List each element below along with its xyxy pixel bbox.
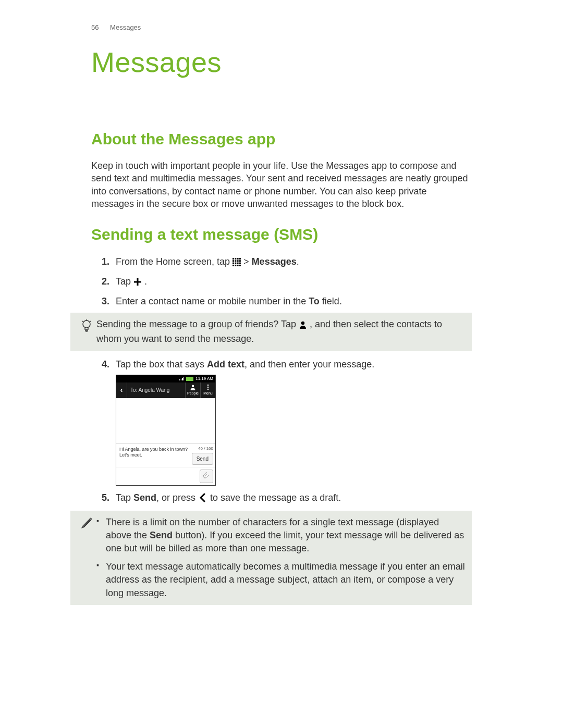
note-item-2: Your text message automatically becomes … bbox=[96, 560, 466, 600]
plus-icon bbox=[133, 276, 142, 290]
send-button: Send bbox=[192, 453, 213, 465]
running-header: 56 Messages bbox=[91, 23, 472, 31]
page-container: 56 Messages Messages About the Messages … bbox=[0, 0, 563, 643]
note-item-1: There is a limit on the number of charac… bbox=[96, 516, 466, 556]
svg-point-24 bbox=[301, 322, 304, 325]
svg-rect-4 bbox=[232, 260, 234, 262]
step-5: Tap Send, or press to save the message a… bbox=[91, 491, 472, 507]
tip-text: Sending the message to a group of friend… bbox=[96, 318, 466, 346]
svg-rect-10 bbox=[237, 263, 239, 264]
svg-line-23 bbox=[90, 321, 91, 322]
step-4: Tap the box that says Add text, and then… bbox=[91, 357, 472, 486]
svg-point-25 bbox=[192, 385, 194, 387]
about-body: Keep in touch with important people in y… bbox=[91, 159, 472, 210]
steps-list-cont: Tap the box that says Add text, and then… bbox=[91, 357, 472, 507]
note-callout: There is a limit on the number of charac… bbox=[70, 511, 472, 605]
section-heading-about: About the Messages app bbox=[91, 130, 472, 148]
page-number: 56 bbox=[91, 23, 99, 31]
char-counter: 46 / 160 bbox=[198, 446, 213, 452]
back-chevron-icon bbox=[198, 492, 207, 507]
svg-point-26 bbox=[207, 385, 209, 386]
attach-row bbox=[116, 467, 215, 485]
svg-line-29 bbox=[83, 520, 90, 527]
svg-point-28 bbox=[207, 389, 209, 390]
svg-rect-6 bbox=[237, 260, 239, 262]
svg-rect-13 bbox=[235, 265, 236, 266]
svg-rect-15 bbox=[239, 265, 241, 266]
conversation-area bbox=[116, 398, 215, 443]
svg-rect-8 bbox=[232, 263, 234, 264]
steps-list: From the Home screen, tap > Messages. Ta… bbox=[91, 255, 472, 309]
step-2: Tap . bbox=[91, 275, 472, 290]
people-button: People bbox=[185, 382, 200, 398]
status-bar: 11:19 AM bbox=[116, 375, 215, 382]
pencil-icon bbox=[77, 516, 96, 529]
svg-point-27 bbox=[207, 387, 209, 388]
page-title: Messages bbox=[91, 46, 472, 78]
to-field: To: Angela Wang bbox=[127, 382, 185, 398]
compose-header: ‹ To: Angela Wang People Menu bbox=[116, 382, 215, 398]
signal-icon bbox=[179, 377, 184, 380]
step-1: From the Home screen, tap > Messages. bbox=[91, 255, 472, 270]
svg-rect-7 bbox=[239, 260, 241, 262]
svg-rect-14 bbox=[237, 265, 239, 266]
menu-button: Menu bbox=[200, 382, 215, 398]
svg-rect-11 bbox=[239, 263, 241, 264]
compose-row: Hi Angela, are you back in town? Let's m… bbox=[116, 443, 215, 467]
lightbulb-icon bbox=[77, 318, 96, 332]
attach-icon bbox=[200, 470, 213, 483]
draft-text: Hi Angela, are you back in town? Let's m… bbox=[118, 446, 190, 460]
header-section: Messages bbox=[110, 23, 141, 31]
svg-line-22 bbox=[82, 321, 83, 322]
svg-rect-0 bbox=[232, 258, 234, 260]
svg-rect-1 bbox=[235, 258, 236, 260]
svg-rect-5 bbox=[235, 260, 236, 262]
svg-rect-2 bbox=[237, 258, 239, 260]
svg-point-18 bbox=[83, 320, 90, 328]
battery-icon bbox=[186, 377, 193, 381]
status-time: 11:19 AM bbox=[195, 376, 213, 382]
section-heading-sms: Sending a text message (SMS) bbox=[91, 226, 472, 243]
back-icon: ‹ bbox=[116, 382, 127, 398]
person-icon bbox=[299, 319, 307, 332]
step-3: Enter a contact name or mobile number in… bbox=[91, 294, 472, 309]
svg-rect-12 bbox=[232, 265, 234, 266]
svg-rect-3 bbox=[239, 258, 241, 260]
svg-rect-9 bbox=[235, 263, 236, 264]
apps-grid-icon bbox=[232, 256, 241, 270]
svg-rect-17 bbox=[134, 281, 141, 283]
phone-screenshot: 11:19 AM ‹ To: Angela Wang People Menu bbox=[116, 375, 216, 486]
tip-callout: Sending the message to a group of friend… bbox=[70, 313, 472, 351]
